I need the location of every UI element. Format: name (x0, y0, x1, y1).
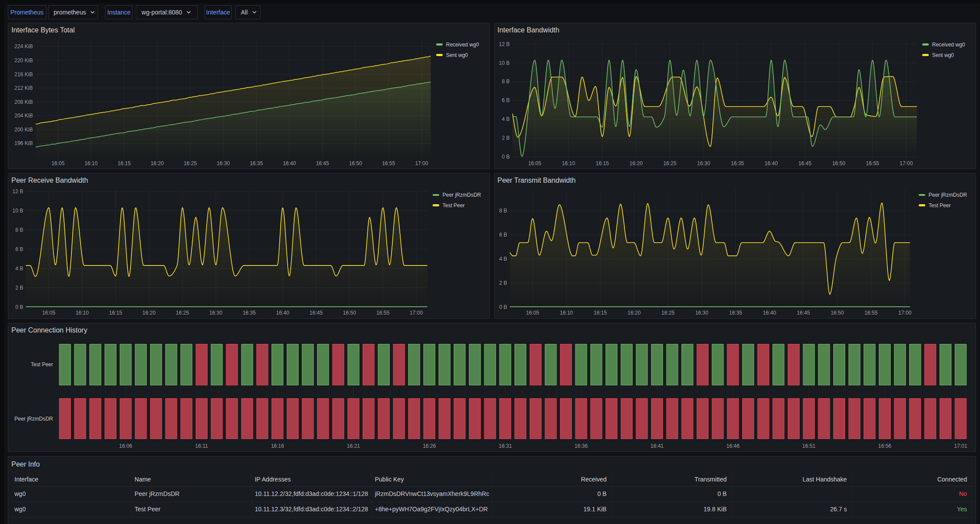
svg-text:16:30: 16:30 (217, 160, 230, 166)
svg-text:16:20: 16:20 (630, 160, 643, 166)
svg-text:16:20: 16:20 (142, 310, 155, 316)
svg-text:10 B: 10 B (12, 208, 23, 214)
svg-text:16:25: 16:25 (183, 160, 197, 166)
svg-text:16:15: 16:15 (596, 160, 609, 166)
svg-text:16:30: 16:30 (209, 310, 222, 316)
svg-text:16:55: 16:55 (864, 310, 878, 316)
svg-text:17:00: 17:00 (900, 160, 913, 166)
svg-text:16:51: 16:51 (802, 443, 815, 449)
svg-text:4 B: 4 B (15, 266, 23, 272)
svg-text:16:11: 16:11 (195, 443, 208, 449)
svg-text:12 B: 12 B (12, 188, 23, 195)
svg-text:16:21: 16:21 (347, 443, 360, 449)
svg-text:16:10: 16:10 (85, 160, 98, 166)
svg-text:12 B: 12 B (499, 41, 510, 47)
svg-text:16:35: 16:35 (731, 160, 744, 166)
svg-text:16:30: 16:30 (697, 160, 710, 166)
svg-text:16:45: 16:45 (798, 160, 811, 166)
svg-text:16:35: 16:35 (250, 160, 263, 166)
svg-text:16:20: 16:20 (627, 310, 641, 316)
svg-text:204 KiB: 204 KiB (14, 113, 33, 119)
svg-text:16:36: 16:36 (575, 443, 588, 449)
svg-text:16:10: 16:10 (76, 310, 89, 316)
svg-text:212 KiB: 212 KiB (14, 85, 33, 91)
svg-text:0 B: 0 B (499, 304, 507, 310)
svg-text:16:56: 16:56 (878, 443, 891, 449)
svg-text:16:35: 16:35 (729, 310, 742, 316)
svg-text:16:05: 16:05 (51, 160, 64, 166)
svg-text:17:00: 17:00 (415, 160, 428, 166)
svg-text:16:25: 16:25 (663, 160, 677, 166)
svg-text:17:00: 17:00 (410, 310, 423, 316)
svg-text:Test Peer: Test Peer (31, 361, 53, 368)
svg-text:216 KiB: 216 KiB (14, 71, 33, 78)
svg-text:16:45: 16:45 (797, 310, 810, 316)
svg-text:4 B: 4 B (499, 256, 507, 262)
svg-text:16:45: 16:45 (316, 160, 329, 166)
svg-text:16:50: 16:50 (343, 310, 356, 316)
svg-text:2 B: 2 B (499, 280, 507, 286)
svg-text:16:16: 16:16 (271, 443, 284, 449)
svg-text:16:10: 16:10 (562, 160, 575, 166)
svg-text:0 B: 0 B (502, 154, 510, 160)
svg-text:16:20: 16:20 (151, 160, 164, 166)
svg-text:8 B: 8 B (15, 227, 23, 233)
svg-text:16:50: 16:50 (349, 160, 362, 166)
svg-text:16:40: 16:40 (276, 310, 289, 316)
svg-text:16:50: 16:50 (832, 160, 845, 166)
svg-text:16:35: 16:35 (243, 310, 256, 316)
svg-text:4 B: 4 B (502, 116, 510, 122)
svg-text:16:05: 16:05 (526, 310, 539, 316)
svg-text:224 KiB: 224 KiB (14, 43, 33, 50)
svg-text:16:15: 16:15 (117, 160, 130, 166)
svg-text:16:55: 16:55 (866, 160, 879, 166)
svg-text:17:01: 17:01 (954, 443, 967, 449)
svg-text:6 B: 6 B (15, 246, 23, 252)
svg-text:16:15: 16:15 (109, 310, 122, 316)
svg-text:16:40: 16:40 (763, 310, 776, 316)
svg-text:220 KiB: 220 KiB (14, 57, 33, 64)
svg-text:208 KiB: 208 KiB (14, 99, 33, 105)
svg-text:6 B: 6 B (499, 232, 507, 238)
svg-text:16:25: 16:25 (661, 310, 674, 316)
svg-text:16:31: 16:31 (499, 443, 512, 449)
svg-text:6 B: 6 B (502, 97, 510, 103)
svg-text:16:45: 16:45 (310, 310, 323, 316)
svg-text:16:10: 16:10 (560, 310, 573, 316)
svg-text:16:40: 16:40 (765, 160, 778, 166)
svg-text:16:50: 16:50 (831, 310, 844, 316)
svg-text:10 B: 10 B (499, 60, 510, 66)
svg-text:16:06: 16:06 (119, 443, 132, 449)
svg-text:Peer jRzmDsDR: Peer jRzmDsDR (14, 416, 53, 422)
svg-text:8 B: 8 B (502, 78, 510, 85)
svg-text:16:30: 16:30 (695, 310, 709, 316)
svg-text:16:55: 16:55 (376, 310, 389, 316)
svg-text:200 KiB: 200 KiB (14, 127, 33, 133)
svg-text:16:15: 16:15 (594, 310, 607, 316)
svg-text:2 B: 2 B (502, 135, 510, 141)
svg-text:16:05: 16:05 (42, 310, 55, 316)
svg-text:0 B: 0 B (15, 304, 23, 310)
svg-text:16:25: 16:25 (176, 310, 189, 316)
svg-text:16:05: 16:05 (528, 160, 541, 166)
svg-text:16:41: 16:41 (650, 443, 663, 449)
svg-text:196 KiB: 196 KiB (14, 140, 33, 146)
svg-text:16:40: 16:40 (283, 160, 296, 166)
svg-text:8 B: 8 B (499, 208, 507, 214)
svg-text:16:55: 16:55 (382, 160, 395, 166)
svg-text:16:26: 16:26 (423, 443, 436, 449)
svg-text:17:00: 17:00 (898, 310, 911, 316)
svg-text:16:46: 16:46 (726, 443, 740, 449)
svg-text:2 B: 2 B (15, 285, 23, 291)
